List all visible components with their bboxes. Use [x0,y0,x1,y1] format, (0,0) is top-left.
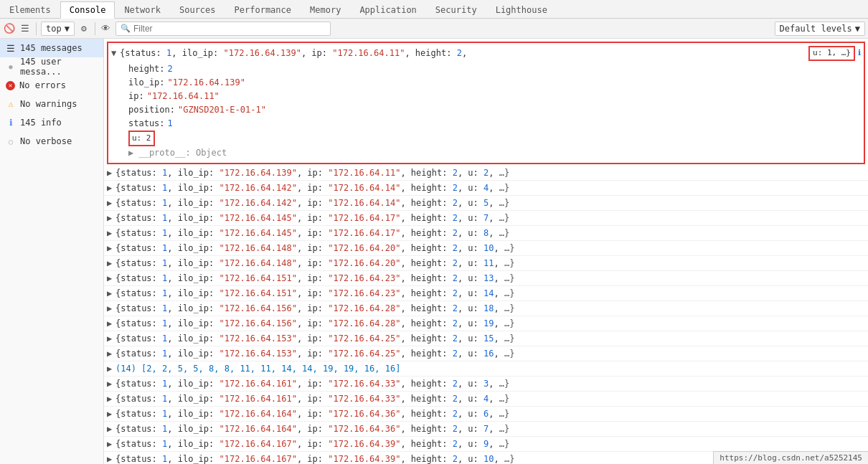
log-row-text: {status: 1, ilo_ip: "172.16.64.142", ip:… [115,181,509,194]
log-row[interactable]: ▶{status: 1, ilo_ip: "172.16.64.164", ip… [104,422,868,437]
circle-icon: ● [6,62,16,72]
info-icon: ℹ [6,118,16,128]
filter-input[interactable] [133,24,326,34]
tab-application[interactable]: Application [350,1,425,18]
log-row[interactable]: ▶{status: 1, ilo_ip: "172.16.64.145", ip… [104,211,868,226]
log-row[interactable]: ▶{status: 1, ilo_ip: "172.16.64.142", ip… [104,181,868,196]
log-row[interactable]: ▶{status: 1, ilo_ip: "172.16.64.151", ip… [104,286,868,301]
execution-context-selector[interactable]: top ▼ [41,22,75,36]
tab-sources[interactable]: Sources [170,1,225,18]
expand-arrow-icon[interactable]: ▶ [107,347,115,360]
log-row-text: {status: 1, ilo_ip: "172.16.64.167", ip:… [115,453,514,464]
tab-memory[interactable]: Memory [301,1,350,18]
filter-box: 🔍 [115,22,331,36]
log-row[interactable]: ▶{status: 1, ilo_ip: "172.16.64.156", ip… [104,301,868,316]
toggle-filter-button[interactable]: ☰ [19,22,32,35]
tab-security[interactable]: Security [426,1,486,18]
log-row[interactable]: ▶{status: 1, ilo_ip: "172.16.64.156", ip… [104,316,868,331]
collapse-arrow-icon[interactable]: ▼ [111,47,120,60]
log-row[interactable]: ▶(14) [2, 2, 5, 5, 8, 8, 11, 11, 14, 14,… [104,361,868,377]
log-row-text: {status: 1, ilo_ip: "172.16.64.139", ip:… [115,166,509,179]
log-row-text: {status: 1, ilo_ip: "172.16.64.167", ip:… [115,437,509,450]
log-row[interactable]: ▶{status: 1, ilo_ip: "172.16.64.167", ip… [104,437,868,452]
expand-arrow-icon[interactable]: ▶ [107,317,115,330]
log-row-text: {status: 1, ilo_ip: "172.16.64.153", ip:… [115,347,514,360]
clear-console-button[interactable]: 🚫 [3,22,16,35]
expand-arrow-icon[interactable]: ▶ [107,257,115,270]
expand-arrow-icon[interactable]: ▶ [107,422,115,435]
expand-arrow-icon[interactable]: ▶ [107,362,115,375]
expand-arrow-icon[interactable]: ▶ [107,453,115,464]
log-row[interactable]: ▶{status: 1, ilo_ip: "172.16.64.151", ip… [104,271,868,286]
expand-arrow-icon[interactable]: ▶ [107,227,115,240]
log-row[interactable]: ▶{status: 1, ilo_ip: "172.16.64.161", ip… [104,377,868,392]
log-row-text: {status: 1, ilo_ip: "172.16.64.156", ip:… [115,317,514,330]
sidebar-item-user-messages[interactable]: ● 145 user messa... [0,57,103,76]
u-badge: u: 1, …} [808,46,855,61]
log-row-text: {status: 1, ilo_ip: "172.16.64.145", ip:… [115,212,509,224]
log-row-text: {status: 1, ilo_ip: "172.16.64.151", ip:… [115,272,514,285]
info-badge-icon[interactable]: ℹ [858,47,861,60]
expand-arrow-icon[interactable]: ▶ [107,287,115,300]
expand-arrow-icon[interactable]: ▶ [107,242,115,255]
sidebar-item-info[interactable]: ℹ 145 info [0,113,103,132]
log-row-text: {status: 1, ilo_ip: "172.16.64.151", ip:… [115,287,514,300]
expanded-entry-body: height: 2 ilo_ip: "172.16.64.139" ip: "1… [108,62,864,162]
console-main: ☰ 145 messages ● 145 user messa... ✕ No … [0,39,868,464]
expand-arrow-icon[interactable]: ▶ [107,377,115,390]
tab-performance[interactable]: Performance [225,1,301,18]
tab-network[interactable]: Network [115,1,170,18]
log-rows-container: ▶{status: 1, ilo_ip: "172.16.64.139", ip… [104,166,868,464]
expand-arrow-icon[interactable]: ▶ [107,437,115,450]
sidebar-item-all-messages[interactable]: ☰ 145 messages [0,39,103,57]
expand-arrow-icon[interactable]: ▶ [107,197,115,209]
log-row[interactable]: ▶{status: 1, ilo_ip: "172.16.64.153", ip… [104,331,868,346]
chevron-down-icon-2: ▼ [855,24,860,34]
prop-ilo-ip: ilo_ip: "172.16.64.139" [128,76,858,90]
sidebar-label-info: 145 info [20,118,62,128]
prop-height: height: 2 [128,62,858,76]
array-row-text: (14) [2, 2, 5, 5, 8, 8, 11, 11, 14, 14, … [115,362,400,375]
log-row-text: {status: 1, ilo_ip: "172.16.64.164", ip:… [115,407,509,420]
expand-arrow-icon[interactable]: ▶ [107,181,115,194]
expand-arrow-icon[interactable]: ▶ [107,166,115,179]
log-row[interactable]: ▶{status: 1, ilo_ip: "172.16.64.161", ip… [104,392,868,407]
tab-console[interactable]: Console [60,1,115,19]
tab-lighthouse[interactable]: Lighthouse [486,1,557,18]
log-row-text: {status: 1, ilo_ip: "172.16.64.145", ip:… [115,227,509,240]
sidebar-label-verbose: No verbose [20,136,72,146]
settings-icon[interactable]: ⚙ [77,22,90,35]
log-row[interactable]: ▶{status: 1, ilo_ip: "172.16.64.164", ip… [104,407,868,422]
log-row-text: {status: 1, ilo_ip: "172.16.64.148", ip:… [115,257,514,270]
expand-arrow-icon[interactable]: ▶ [107,332,115,345]
log-row[interactable]: ▶{status: 1, ilo_ip: "172.16.64.153", ip… [104,346,868,361]
expand-arrow-icon[interactable]: ▶ [107,392,115,405]
expand-arrow-icon[interactable]: ▶ [107,407,115,420]
verbose-icon: ○ [6,136,16,146]
log-row-text: {status: 1, ilo_ip: "172.16.64.161", ip:… [115,377,509,390]
sidebar-item-verbose[interactable]: ○ No verbose [0,132,103,151]
error-icon: ✕ [6,81,15,90]
sidebar-label-warnings: No warnings [20,99,77,109]
expanded-entry-header[interactable]: ▼ {status: 1, ilo_ip: "172.16.64.139", i… [108,44,864,62]
log-row[interactable]: ▶{status: 1, ilo_ip: "172.16.64.142", ip… [104,196,868,211]
log-row-text: {status: 1, ilo_ip: "172.16.64.161", ip:… [115,392,509,405]
devtools-tabs: Elements Console Network Sources Perform… [0,0,868,19]
log-row[interactable]: ▶{status: 1, ilo_ip: "172.16.64.139", ip… [104,166,868,181]
log-row[interactable]: ▶{status: 1, ilo_ip: "172.16.64.148", ip… [104,241,868,256]
log-row-text: {status: 1, ilo_ip: "172.16.64.164", ip:… [115,422,509,435]
log-row-text: {status: 1, ilo_ip: "172.16.64.153", ip:… [115,332,514,345]
expanded-log-entry: ▼ {status: 1, ilo_ip: "172.16.64.139", i… [107,42,865,164]
sidebar-item-errors[interactable]: ✕ No errors [0,76,103,95]
expand-arrow-icon[interactable]: ▶ [107,272,115,285]
log-row[interactable]: ▶{status: 1, ilo_ip: "172.16.64.145", ip… [104,226,868,241]
eye-icon[interactable]: 👁 [100,22,113,35]
tab-elements[interactable]: Elements [0,1,60,18]
expand-arrow-icon[interactable]: ▶ [107,212,115,224]
log-level-selector[interactable]: Default levels ▼ [775,22,865,36]
log-row[interactable]: ▶{status: 1, ilo_ip: "172.16.64.148", ip… [104,256,868,271]
expand-arrow-icon[interactable]: ▶ [107,302,115,315]
sidebar-item-warnings[interactable]: ⚠ No warnings [0,95,103,113]
log-row-text: {status: 1, ilo_ip: "172.16.64.148", ip:… [115,242,514,255]
sidebar: ☰ 145 messages ● 145 user messa... ✕ No … [0,39,104,464]
